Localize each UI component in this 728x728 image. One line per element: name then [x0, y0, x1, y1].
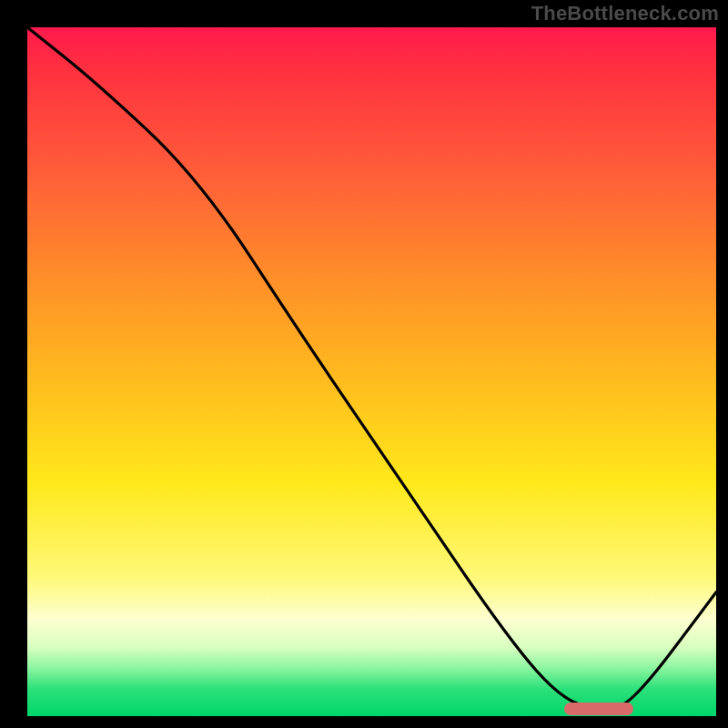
chart-frame: TheBottleneck.com [0, 0, 728, 728]
curve-svg [27, 27, 716, 716]
plot-area [27, 27, 716, 716]
bottleneck-curve-path [27, 27, 716, 708]
optimal-range-marker [564, 703, 633, 715]
watermark-text: TheBottleneck.com [531, 2, 719, 25]
